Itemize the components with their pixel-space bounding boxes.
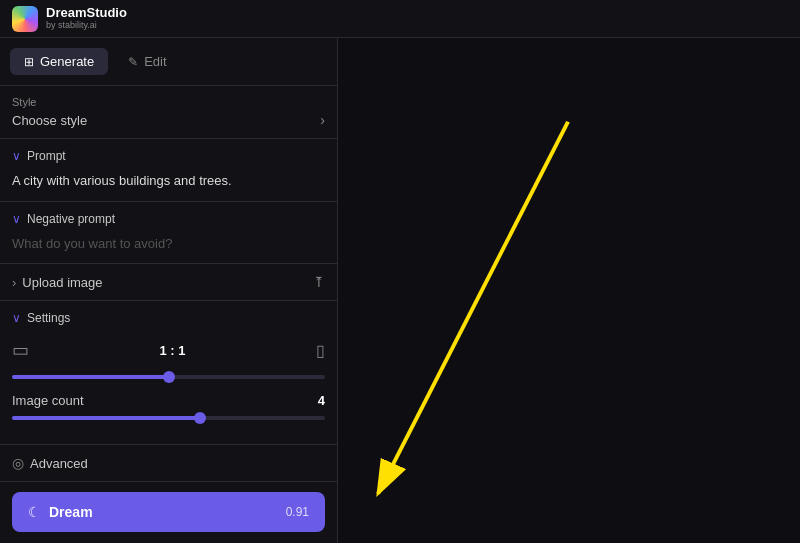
settings-label: Settings [27, 311, 70, 325]
aspect-landscape-icon: ▭ [12, 339, 29, 361]
app-by: by stability.ai [46, 21, 127, 31]
tab-bar: ⊞ Generate ✎ Edit [0, 38, 337, 86]
aspect-slider-fill [12, 375, 169, 379]
image-count-label: Image count [12, 393, 84, 408]
image-count-row: Image count 4 [12, 393, 325, 408]
app-name: DreamStudio [46, 6, 127, 20]
arrow-annotation [338, 38, 800, 543]
ic-slider-fill [12, 416, 200, 420]
dream-label: Dream [49, 504, 93, 520]
aspect-ratio-row: ▭ 1 : 1 ▯ [12, 339, 325, 361]
style-row[interactable]: Choose style › [12, 112, 325, 128]
style-section: Style Choose style › [0, 86, 337, 139]
svg-line-1 [378, 122, 568, 494]
aspect-slider-track [12, 375, 325, 379]
negative-prompt-section: ∨ Negative prompt What do you want to av… [0, 202, 337, 265]
settings-section: ∨ Settings ▭ 1 : 1 ▯ Image count 4 [0, 301, 337, 445]
neg-prompt-chevron-icon: ∨ [12, 212, 21, 226]
style-label: Style [12, 96, 325, 108]
dream-button[interactable]: ☾ Dream 0.91 [12, 492, 325, 532]
image-count-value: 4 [318, 393, 325, 408]
aspect-ratio-slider[interactable] [12, 375, 325, 379]
tab-edit[interactable]: ✎ Edit [114, 48, 180, 75]
upload-chevron-icon: › [12, 275, 16, 290]
aspect-slider-thumb [163, 371, 175, 383]
settings-header[interactable]: ∨ Settings [12, 311, 325, 325]
edit-icon: ✎ [128, 55, 138, 69]
prompt-value[interactable]: A city with various buildings and trees. [12, 171, 325, 191]
style-choose: Choose style [12, 113, 87, 128]
ic-slider-track [12, 416, 325, 420]
top-bar: DreamStudio by stability.ai [0, 0, 800, 38]
neg-prompt-header[interactable]: ∨ Negative prompt [12, 212, 325, 226]
dream-icon: ☾ [28, 504, 41, 520]
prompt-label: Prompt [27, 149, 66, 163]
logo-icon [12, 6, 38, 32]
aspect-portrait-icon: ▯ [316, 341, 325, 360]
advanced-row[interactable]: ◎ Advanced [12, 455, 325, 471]
prompt-header[interactable]: ∨ Prompt [12, 149, 325, 163]
tab-generate-label: Generate [40, 54, 94, 69]
aspect-ratio-value: 1 : 1 [159, 343, 185, 358]
prompt-chevron-icon: ∨ [12, 149, 21, 163]
prompt-section: ∨ Prompt A city with various buildings a… [0, 139, 337, 202]
sidebar: ⊞ Generate ✎ Edit Style Choose style › ∨… [0, 38, 338, 543]
tab-edit-label: Edit [144, 54, 166, 69]
chevron-right-icon: › [320, 112, 325, 128]
settings-chevron-icon: ∨ [12, 311, 21, 325]
image-count-slider[interactable] [12, 416, 325, 420]
neg-prompt-input[interactable]: What do you want to avoid? [12, 234, 325, 254]
upload-icon: ⤒ [313, 274, 325, 290]
dream-section: ☾ Dream 0.91 [0, 482, 337, 542]
dream-credits: 0.91 [286, 505, 309, 519]
advanced-label: Advanced [30, 456, 88, 471]
tab-generate[interactable]: ⊞ Generate [10, 48, 108, 75]
canvas-area [338, 38, 800, 543]
generate-icon: ⊞ [24, 55, 34, 69]
upload-image-section[interactable]: › Upload image ⤒ [0, 264, 337, 301]
ic-slider-thumb [194, 412, 206, 424]
dream-left: ☾ Dream [28, 504, 93, 520]
advanced-section: ◎ Advanced [0, 445, 337, 482]
upload-label: Upload image [22, 275, 102, 290]
eye-icon: ◎ [12, 455, 24, 471]
logo-text: DreamStudio by stability.ai [46, 6, 127, 30]
upload-left: › Upload image [12, 275, 103, 290]
neg-prompt-label: Negative prompt [27, 212, 115, 226]
main-layout: ⊞ Generate ✎ Edit Style Choose style › ∨… [0, 38, 800, 543]
